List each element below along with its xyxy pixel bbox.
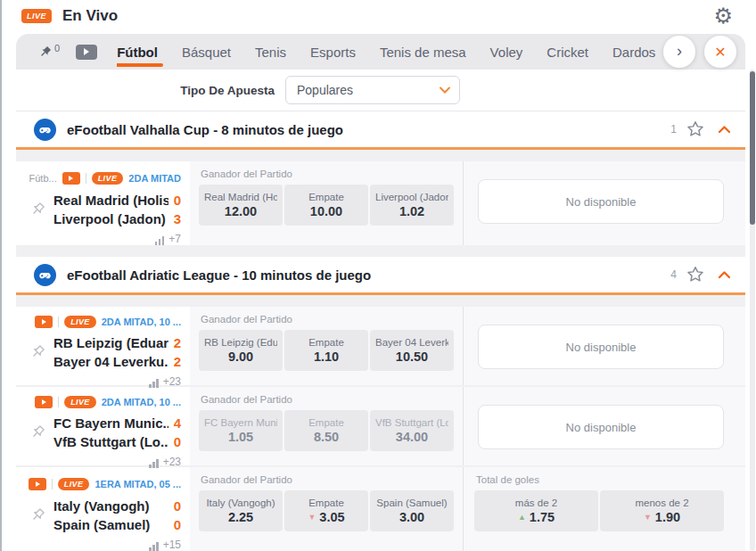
match-info: LIVE 2DA MITAD, 10 ... FC Bayern Munic..… xyxy=(16,387,190,465)
sport-tabs: Fútbol Básquet Tenis Esports Tenis de me… xyxy=(117,36,660,69)
league-match-count: 1 xyxy=(670,123,677,136)
sports-tabbar: 0 Fútbol Básquet Tenis Esports Tenis de … xyxy=(16,34,745,70)
bet-type-label: Tipo De Apuesta xyxy=(16,84,275,97)
match-teams-link[interactable]: Real Madrid (Holis)0 Liverpool (Jadon)3 xyxy=(29,191,181,228)
home-team: Real Madrid (Holis) xyxy=(53,193,168,208)
market-total-goals: Total de goles más de 21.75 menos de 21.… xyxy=(463,467,745,551)
home-score: 4 xyxy=(168,415,181,431)
unavailable-box: No disponible xyxy=(478,325,724,369)
stream-play-icon xyxy=(35,316,53,328)
market-title: Total de goles xyxy=(474,473,724,490)
more-markets[interactable]: +15 xyxy=(29,539,181,551)
away-team: Spain (Samuel) xyxy=(53,517,168,532)
more-markets-count: +7 xyxy=(168,233,181,245)
odd-away-button[interactable]: Bayer 04 Leverku...10.50 xyxy=(370,330,454,371)
tabbar-buttons: › ✕ xyxy=(663,36,736,68)
odd-draw-button[interactable]: Empate1.10 xyxy=(284,330,368,371)
bet-type-filter-row: Tipo De Apuesta Populares xyxy=(16,70,745,111)
trend-up-icon xyxy=(518,514,526,522)
streams-filter-button[interactable] xyxy=(76,45,97,60)
odd-home-button[interactable]: Italy (Vangogh)2.25 xyxy=(199,490,283,531)
bet-type-select[interactable]: Populares xyxy=(285,76,460,104)
tab-dardos[interactable]: Dardos xyxy=(612,36,655,69)
away-score: 0 xyxy=(168,434,181,449)
unavailable-box: No disponible xyxy=(478,405,724,449)
pin-icon[interactable] xyxy=(29,506,46,524)
team-lines: FC Bayern Munic...4 VfB Stuttgart (Lo...… xyxy=(53,414,181,451)
match-teams-link[interactable]: RB Leipzig (Eduar...2 Bayer 04 Leverku..… xyxy=(29,333,181,371)
tab-basquet[interactable]: Básquet xyxy=(182,36,231,69)
more-markets[interactable]: +7 xyxy=(29,233,181,245)
tab-futbol[interactable]: Fútbol xyxy=(117,36,158,69)
odd-draw-button[interactable]: Empate10.00 xyxy=(284,185,368,226)
match-status: LIVE 2DA MITAD, 10 ... xyxy=(29,396,181,408)
section-gap xyxy=(16,295,745,307)
esports-gamepad-icon xyxy=(34,264,56,286)
odd-draw-button[interactable]: Empate3.05 xyxy=(284,490,368,531)
league-header[interactable]: eFootball Adriatic League - 10 minutos d… xyxy=(16,257,745,295)
live-badge: LIVE xyxy=(92,172,124,185)
league-header[interactable]: eFootball Valhalla Cup - 8 minutos de ju… xyxy=(16,111,745,150)
match-status: LIVE 2DA MITAD, 10 ... xyxy=(29,316,181,328)
scrollbar-thumb[interactable] xyxy=(750,71,755,225)
more-markets[interactable]: +23 xyxy=(29,375,181,388)
odd-home-button[interactable]: FC Bayern Munic...1.05 xyxy=(199,410,283,451)
pin-icon[interactable] xyxy=(29,424,46,441)
chevron-right-icon: › xyxy=(677,42,682,61)
bet-type-selected: Populares xyxy=(297,83,440,97)
live-badge: LIVE xyxy=(58,478,90,490)
close-button[interactable]: ✕ xyxy=(704,36,736,68)
league-title: eFootball Adriatic League - 10 minutos d… xyxy=(67,267,670,283)
away-score: 2 xyxy=(168,354,181,369)
team-lines: Italy (Vangogh)0 Spain (Samuel)0 xyxy=(53,497,181,534)
markets-bars-icon xyxy=(149,542,159,551)
collapse-chevron-up-icon[interactable] xyxy=(718,270,731,279)
home-team: FC Bayern Munic... xyxy=(53,415,168,431)
match-status: LIVE 1ERA MITAD, 05 ... xyxy=(29,476,181,491)
scroll-tabs-right-button[interactable]: › xyxy=(663,36,695,68)
odd-over-button[interactable]: más de 21.75 xyxy=(474,490,598,531)
live-badge: LIVE xyxy=(21,9,52,23)
odd-away-button[interactable]: VfB Stuttgart (Log...34.00 xyxy=(370,410,454,451)
favorite-star-icon[interactable] xyxy=(686,265,705,284)
gear-icon[interactable]: ⚙ xyxy=(713,5,733,27)
pin-icon[interactable] xyxy=(29,201,46,218)
section-gap xyxy=(16,247,745,257)
live-badge: LIVE xyxy=(64,316,96,328)
pinned-events-button[interactable]: 0 xyxy=(37,45,60,60)
odd-home-button[interactable]: Real Madrid (Holis)12.00 xyxy=(199,185,283,226)
odd-draw-button[interactable]: Empate8.50 xyxy=(284,410,368,451)
odd-away-button[interactable]: Liverpool (Jadon)1.02 xyxy=(370,185,454,226)
odd-under-button[interactable]: menos de 21.90 xyxy=(600,490,724,531)
tab-tenis-de-mesa[interactable]: Tenis de mesa xyxy=(380,36,466,69)
stream-play-icon xyxy=(29,478,46,490)
favorite-star-icon[interactable] xyxy=(686,119,705,139)
left-panel-edge xyxy=(0,0,2,551)
match-row: LIVE 2DA MITAD, 10 ... RB Leipzig (Eduar… xyxy=(16,307,745,385)
collapse-chevron-up-icon[interactable] xyxy=(718,125,731,134)
esports-gamepad-icon xyxy=(34,119,56,141)
topbar: LIVE En Vivo ⚙ xyxy=(0,0,756,27)
tab-tenis[interactable]: Tenis xyxy=(255,36,286,69)
match-info: LIVE 1ERA MITAD, 05 ... Italy (Vangogh)0… xyxy=(16,467,190,551)
chevron-down-icon xyxy=(440,86,450,94)
tab-voley[interactable]: Voley xyxy=(490,36,523,69)
match-period: 1ERA MITAD, 05 ... xyxy=(94,479,181,489)
match-teams-link[interactable]: FC Bayern Munic...4 VfB Stuttgart (Lo...… xyxy=(29,414,181,451)
pin-icon[interactable] xyxy=(29,343,46,361)
tab-esports[interactable]: Esports xyxy=(310,36,356,69)
market-secondary: No disponible xyxy=(463,307,745,385)
home-score: 0 xyxy=(168,193,181,208)
stream-play-icon xyxy=(62,172,80,185)
tab-cricket[interactable]: Cricket xyxy=(546,36,588,69)
stream-play-icon xyxy=(35,396,53,408)
more-markets-count: +23 xyxy=(163,456,181,468)
more-markets[interactable]: +23 xyxy=(29,456,181,468)
divider xyxy=(58,317,59,327)
away-team: Liverpool (Jadon) xyxy=(53,211,168,226)
divider xyxy=(86,173,86,184)
odd-home-button[interactable]: RB Leipzig (Eduar...9.00 xyxy=(199,330,283,371)
odd-away-button[interactable]: Spain (Samuel)3.00 xyxy=(370,490,454,531)
away-team: Bayer 04 Leverku... xyxy=(53,354,168,369)
match-teams-link[interactable]: Italy (Vangogh)0 Spain (Samuel)0 xyxy=(29,497,181,534)
